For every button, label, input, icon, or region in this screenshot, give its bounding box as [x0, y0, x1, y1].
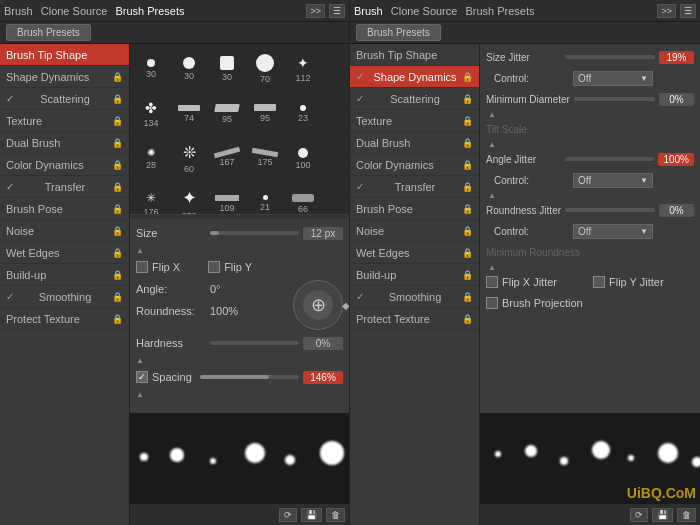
left-list-item-7[interactable]: Brush Pose 🔒 — [0, 198, 129, 220]
grid-item-8[interactable]: 95 — [246, 91, 284, 136]
create-new-btn[interactable]: ⟳ — [279, 508, 297, 522]
panel-menu-btn[interactable]: ☰ — [329, 4, 345, 18]
flip-x-jitter-checkbox[interactable] — [486, 276, 498, 288]
size-jitter-value[interactable]: 19% — [659, 51, 694, 64]
grid-item-1[interactable]: 30 — [170, 46, 208, 91]
left-list-label-4: Dual Brush — [6, 137, 60, 149]
angle-circle-control[interactable]: ⊕ ◆ — [293, 280, 343, 330]
spacing-checkbox[interactable]: ✓ — [136, 371, 148, 383]
left-list-item-3[interactable]: Texture 🔒 — [0, 110, 129, 132]
right-delete-btn[interactable]: 🗑 — [677, 508, 696, 522]
right-tab-presets[interactable]: Brush Presets — [465, 5, 534, 17]
left-lock-6: 🔒 — [112, 182, 123, 192]
right-tab-clone[interactable]: Clone Source — [391, 5, 458, 17]
left-brush-grid[interactable]: 30 30 30 70 ✦ 112 — [130, 44, 349, 214]
right-save-btn[interactable]: 💾 — [652, 508, 673, 522]
brush-projection-checkbox[interactable] — [486, 297, 498, 309]
grid-item-4[interactable]: ✦ 112 — [284, 46, 322, 91]
left-list-item-4[interactable]: Dual Brush 🔒 — [0, 132, 129, 154]
control-select-1[interactable]: Off ▼ — [573, 71, 653, 86]
grid-item-9[interactable]: 23 — [284, 91, 322, 136]
left-list-item-0[interactable]: Brush Tip Shape — [0, 44, 129, 66]
right-list-item-11[interactable]: ✓ Smoothing 🔒 — [350, 286, 479, 308]
grid-item-12[interactable]: 167 — [208, 136, 246, 181]
right-arrow-btn[interactable]: >> — [657, 4, 676, 18]
grid-item-19[interactable]: 66 — [284, 181, 322, 214]
right-list-item-6[interactable]: ✓ Transfer 🔒 — [350, 176, 479, 198]
grid-item-6[interactable]: 74 — [170, 91, 208, 136]
left-tab-brush[interactable]: Brush — [4, 5, 33, 17]
hardness-value[interactable]: 0% — [303, 337, 343, 350]
roundness-jitter-value[interactable]: 0% — [659, 204, 694, 217]
save-btn[interactable]: 💾 — [301, 508, 322, 522]
flip-x-checkbox[interactable] — [136, 261, 148, 273]
grid-item-10[interactable]: ✺ 28 — [132, 136, 170, 181]
left-tab-presets[interactable]: Brush Presets — [115, 5, 184, 17]
right-list-item-0[interactable]: Brush Tip Shape — [350, 44, 479, 66]
right-list-item-8[interactable]: Noise 🔒 — [350, 220, 479, 242]
size-value[interactable]: 12 px — [303, 227, 343, 240]
grid-scrollbar[interactable] — [130, 215, 349, 219]
right-brush-presets-btn[interactable]: Brush Presets — [356, 24, 441, 41]
grid-item-3[interactable]: 70 — [246, 46, 284, 91]
left-list-item-8[interactable]: Noise 🔒 — [0, 220, 129, 242]
grid-item-13[interactable]: 175 — [246, 136, 284, 181]
control-select-3[interactable]: Off ▼ — [573, 224, 653, 239]
right-list-item-9[interactable]: Wet Edges 🔒 — [350, 242, 479, 264]
grid-item-7[interactable]: 95 — [208, 91, 246, 136]
right-list-item-1[interactable]: ✓ Shape Dynamics 🔒 — [350, 66, 479, 88]
flip-y-checkbox[interactable] — [208, 261, 220, 273]
left-list-item-5[interactable]: Color Dynamics 🔒 — [0, 154, 129, 176]
min-diameter-slider[interactable] — [574, 97, 655, 101]
right-menu-btn[interactable]: ☰ — [680, 4, 696, 18]
right-preview-dot-6 — [692, 457, 700, 467]
spacing-slider[interactable] — [200, 375, 299, 379]
delete-btn[interactable]: 🗑 — [326, 508, 345, 522]
angle-jitter-slider[interactable] — [565, 157, 654, 161]
right-list-item-2[interactable]: ✓ Scattering 🔒 — [350, 88, 479, 110]
left-lock-10: 🔒 — [112, 270, 123, 280]
right-list-item-7[interactable]: Brush Pose 🔒 — [350, 198, 479, 220]
grid-item-11[interactable]: ❊ 60 — [170, 136, 208, 181]
panel-arrow-btn[interactable]: >> — [306, 4, 325, 18]
brush-projection-label: Brush Projection — [502, 297, 583, 309]
grid-item-2[interactable]: 30 — [208, 46, 246, 91]
min-diameter-value[interactable]: 0% — [659, 93, 694, 106]
size-label: Size — [136, 227, 206, 239]
grid-item-0[interactable]: 30 — [132, 46, 170, 91]
grid-item-18[interactable]: 21 — [246, 181, 284, 214]
grid-item-15[interactable]: ✳ 176 — [132, 181, 170, 214]
tilt-scale-label: Tilt Scale — [486, 124, 561, 135]
roundness-jitter-slider[interactable] — [565, 208, 655, 212]
angle-inner: ⊕ — [303, 290, 333, 320]
spacing-value[interactable]: 146% — [303, 371, 343, 384]
left-list-item-9[interactable]: Wet Edges 🔒 — [0, 242, 129, 264]
right-tab-brush[interactable]: Brush — [354, 5, 383, 17]
left-list-item-1[interactable]: Shape Dynamics 🔒 — [0, 66, 129, 88]
left-brush-presets-btn[interactable]: Brush Presets — [6, 24, 91, 41]
left-list-item-10[interactable]: Build-up 🔒 — [0, 264, 129, 286]
right-lock-9: 🔒 — [462, 248, 473, 258]
right-list-item-12[interactable]: Protect Texture 🔒 — [350, 308, 479, 330]
grid-item-17[interactable]: 109 — [208, 181, 246, 214]
control-select-2[interactable]: Off ▼ — [573, 173, 653, 188]
left-list-item-11[interactable]: ✓ Smoothing 🔒 — [0, 286, 129, 308]
right-list-item-10[interactable]: Build-up 🔒 — [350, 264, 479, 286]
flip-y-jitter-checkbox[interactable] — [593, 276, 605, 288]
right-list-item-3[interactable]: Texture 🔒 — [350, 110, 479, 132]
right-list-item-5[interactable]: Color Dynamics 🔒 — [350, 154, 479, 176]
hardness-slider[interactable] — [210, 341, 299, 345]
angle-jitter-value[interactable]: 100% — [658, 153, 694, 166]
right-create-btn[interactable]: ⟳ — [630, 508, 648, 522]
size-jitter-slider[interactable] — [565, 55, 655, 59]
left-check-6: ✓ — [6, 181, 14, 192]
left-tab-clone[interactable]: Clone Source — [41, 5, 108, 17]
grid-item-16[interactable]: ✦ 870 — [170, 181, 208, 214]
left-list-item-12[interactable]: Protect Texture 🔒 — [0, 308, 129, 330]
grid-item-5[interactable]: ✤ 134 — [132, 91, 170, 136]
left-list-item-2[interactable]: ✓ Scattering 🔒 — [0, 88, 129, 110]
right-list-item-4[interactable]: Dual Brush 🔒 — [350, 132, 479, 154]
grid-item-14[interactable]: 100 — [284, 136, 322, 181]
left-list-item-6[interactable]: ✓ Transfer 🔒 — [0, 176, 129, 198]
size-slider[interactable] — [210, 231, 299, 235]
